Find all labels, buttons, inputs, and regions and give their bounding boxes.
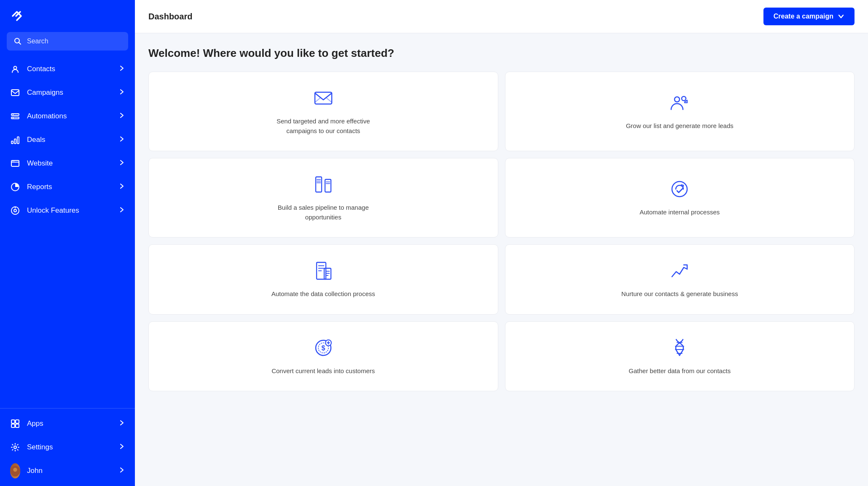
sidebar-nav: Contacts Campaigns <box>0 54 135 408</box>
automate-card[interactable]: Automate internal processes <box>505 158 855 238</box>
dropdown-arrow-icon <box>838 13 844 20</box>
svg-point-17 <box>14 209 16 212</box>
apps-icon <box>10 419 20 429</box>
sidebar-item-reports-label: Reports <box>27 183 112 191</box>
create-campaign-label: Create a campaign <box>774 13 833 20</box>
chevron-right-icon-8 <box>119 419 125 428</box>
svg-rect-22 <box>16 424 19 427</box>
logo[interactable] <box>0 0 135 32</box>
sidebar-item-reports[interactable]: Reports <box>0 175 135 199</box>
chevron-right-icon-9 <box>119 443 125 451</box>
unlock-icon <box>10 206 20 216</box>
sidebar: Search Contacts Campaigns <box>0 0 135 486</box>
main-content: Dashboard Create a campaign Welcome! Whe… <box>135 0 868 486</box>
svg-rect-39 <box>325 179 331 192</box>
svg-point-26 <box>12 472 19 477</box>
automate-icon <box>669 178 691 200</box>
sidebar-item-apps[interactable]: Apps <box>0 412 135 435</box>
svg-line-28 <box>315 98 320 102</box>
sidebar-item-unlock-features[interactable]: Unlock Features <box>0 199 135 222</box>
svg-point-25 <box>13 468 17 472</box>
convert-card[interactable]: $ Convert current leads into customers <box>148 321 498 392</box>
svg-rect-20 <box>16 420 19 423</box>
svg-rect-5 <box>11 117 19 119</box>
settings-icon <box>10 442 20 452</box>
svg-point-2 <box>14 67 17 69</box>
sidebar-item-unlock-label: Unlock Features <box>27 206 112 215</box>
convert-icon: $ <box>312 337 334 359</box>
search-placeholder: Search <box>27 37 48 45</box>
cards-grid: Send targeted and more effective campaig… <box>148 72 855 391</box>
sidebar-item-contacts-label: Contacts <box>27 65 112 73</box>
svg-rect-47 <box>324 268 331 279</box>
logo-icon <box>10 8 25 24</box>
campaigns-icon <box>10 88 20 98</box>
chart-icon <box>669 260 691 282</box>
sidebar-item-contacts[interactable]: Contacts <box>0 57 135 81</box>
svg-point-42 <box>672 182 687 197</box>
pipeline-card-text: Build a sales pipeline to manage opportu… <box>264 203 382 222</box>
pipeline-card[interactable]: Build a sales pipeline to manage opportu… <box>148 158 498 238</box>
create-campaign-button[interactable]: Create a campaign <box>763 8 855 25</box>
svg-rect-4 <box>11 114 19 115</box>
nurture-card-text: Nurture our contacts & generate business <box>621 289 738 299</box>
sidebar-item-campaigns-label: Campaigns <box>27 88 112 97</box>
gather-card[interactable]: Gather better data from our contacts <box>505 321 855 392</box>
chevron-right-icon-6 <box>119 183 125 191</box>
sidebar-item-website[interactable]: Website <box>0 152 135 175</box>
sidebar-item-settings-label: Settings <box>27 443 112 451</box>
chevron-right-icon-2 <box>119 88 125 97</box>
svg-rect-27 <box>315 92 332 104</box>
campaigns-card[interactable]: Send targeted and more effective campaig… <box>148 72 498 151</box>
search-input[interactable]: Search <box>7 32 128 51</box>
chevron-right-icon-5 <box>119 159 125 168</box>
leads-card[interactable]: Grow our list and generate more leads <box>505 72 855 151</box>
svg-rect-21 <box>11 424 15 427</box>
svg-point-23 <box>14 446 16 449</box>
svg-point-13 <box>12 161 13 162</box>
deals-icon <box>10 135 20 145</box>
dashboard-content: Welcome! Where would you like to get sta… <box>135 33 868 486</box>
sidebar-item-deals[interactable]: Deals <box>0 128 135 152</box>
sidebar-item-campaigns[interactable]: Campaigns <box>0 81 135 104</box>
contacts-icon <box>10 64 20 74</box>
welcome-title: Welcome! Where would you like to get sta… <box>148 47 855 60</box>
reports-icon <box>10 182 20 192</box>
website-icon <box>10 158 20 168</box>
svg-rect-3 <box>11 90 19 96</box>
sidebar-item-website-label: Website <box>27 159 112 168</box>
sidebar-item-settings[interactable]: Settings <box>0 435 135 459</box>
pipeline-icon <box>312 174 334 195</box>
svg-rect-8 <box>11 141 13 144</box>
svg-point-31 <box>682 96 686 101</box>
leads-card-text: Grow our list and generate more leads <box>626 121 734 131</box>
svg-text:$: $ <box>321 344 325 352</box>
sidebar-item-automations-label: Automations <box>27 112 112 120</box>
automate-card-text: Automate internal processes <box>640 208 720 217</box>
svg-rect-10 <box>17 137 19 144</box>
chevron-right-icon-3 <box>119 112 125 120</box>
svg-rect-19 <box>11 420 15 423</box>
sidebar-item-user[interactable]: John <box>0 459 135 483</box>
sidebar-bottom: Apps Settings <box>0 408 135 486</box>
sidebar-item-automations[interactable]: Automations <box>0 104 135 128</box>
convert-card-text: Convert current leads into customers <box>271 366 375 376</box>
header: Dashboard Create a campaign <box>135 0 868 33</box>
chevron-right-icon-7 <box>119 206 125 215</box>
svg-line-29 <box>327 98 332 102</box>
automations-icon <box>10 111 20 121</box>
campaigns-card-text: Send targeted and more effective campaig… <box>264 117 382 136</box>
dna-icon <box>669 337 691 359</box>
sidebar-item-apps-label: Apps <box>27 419 112 428</box>
avatar-icon <box>10 466 20 476</box>
svg-rect-9 <box>14 139 16 144</box>
data-collection-card[interactable]: Automate the data collection process <box>148 244 498 315</box>
chevron-right-icon-4 <box>119 136 125 144</box>
svg-point-14 <box>13 161 14 162</box>
search-icon <box>13 37 22 45</box>
page-title: Dashboard <box>148 12 192 21</box>
data-collection-card-text: Automate the data collection process <box>271 289 375 299</box>
email-icon <box>312 87 334 109</box>
svg-line-1 <box>19 43 21 45</box>
nurture-card[interactable]: Nurture our contacts & generate business <box>505 244 855 315</box>
